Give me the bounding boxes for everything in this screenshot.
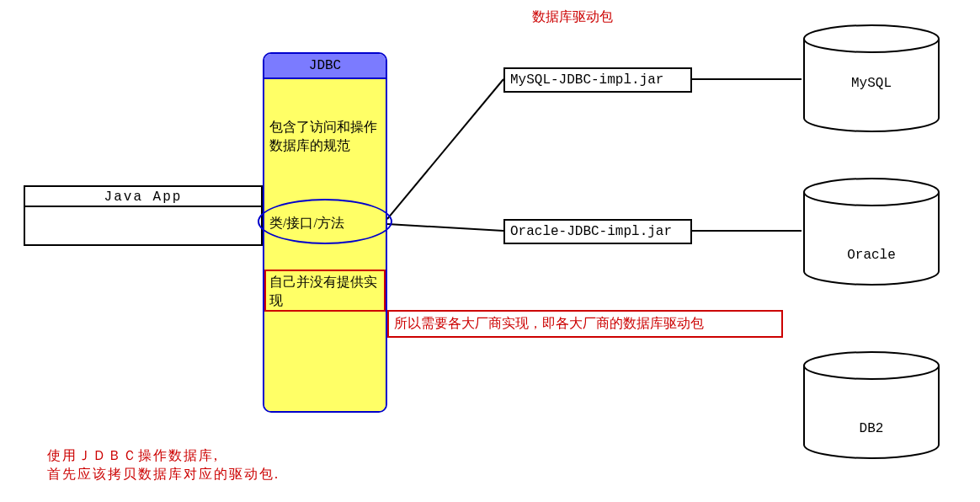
driver-title: 数据库驱动包 [532,8,613,26]
bottom-note: 使用ＪＤＢＣ操作数据库, 首先应该拷贝数据库对应的驱动包. [47,446,280,483]
oracle-label: Oracle [802,248,941,263]
java-app-divider [24,206,264,207]
svg-point-6 [804,352,939,379]
mysql-impl-box: MySQL-JDBC-impl.jar [503,67,692,93]
jdbc-no-impl-text: 自己并没有提供实现 [269,273,382,310]
svg-point-5 [804,179,939,206]
mysql-label: MySQL [802,76,941,91]
jdbc-interfaces-text: 类/接口/方法 [269,214,382,232]
db2-label: DB2 [802,421,941,436]
java-app-label: Java App [24,187,263,205]
red-annotation-box: 所以需要各大厂商实现，即各大厂商的数据库驱动包 [387,310,783,338]
svg-point-4 [804,25,939,52]
svg-line-0 [387,79,503,219]
oracle-cylinder [802,177,941,286]
jdbc-container: JDBC [263,52,387,413]
svg-line-1 [387,224,503,231]
oracle-impl-box: Oracle-JDBC-impl.jar [503,219,692,244]
db2-cylinder [802,350,941,460]
jdbc-desc-text: 包含了访问和操作数据库的规范 [269,118,382,155]
jdbc-header: JDBC [264,54,386,79]
